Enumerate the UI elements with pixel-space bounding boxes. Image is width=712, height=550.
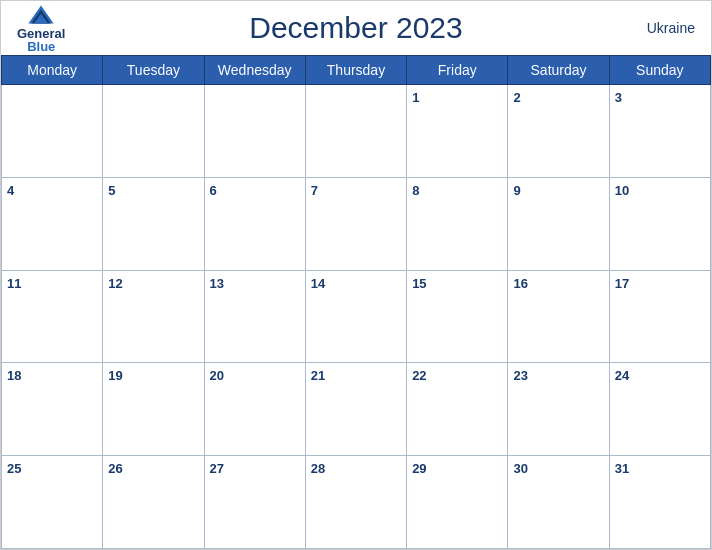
cell-week1-day7: 3 xyxy=(609,85,710,178)
day-number-26: 26 xyxy=(108,461,122,476)
cell-week4-day1: 18 xyxy=(2,363,103,456)
header-sunday: Sunday xyxy=(609,56,710,85)
calendar-wrapper: General Blue December 2023 Ukraine Monda… xyxy=(0,0,712,550)
day-number-10: 10 xyxy=(615,183,629,198)
cell-week5-day6: 30 xyxy=(508,456,609,549)
day-number-17: 17 xyxy=(615,276,629,291)
cell-week1-day5: 1 xyxy=(407,85,508,178)
day-number-22: 22 xyxy=(412,368,426,383)
cell-week4-day7: 24 xyxy=(609,363,710,456)
calendar-header: General Blue December 2023 Ukraine xyxy=(1,1,711,55)
logo-area: General Blue xyxy=(17,4,65,53)
day-number-11: 11 xyxy=(7,276,21,291)
cell-week5-day4: 28 xyxy=(305,456,406,549)
month-title: December 2023 xyxy=(249,11,462,45)
header-thursday: Thursday xyxy=(305,56,406,85)
cell-week4-day3: 20 xyxy=(204,363,305,456)
day-number-8: 8 xyxy=(412,183,419,198)
header-monday: Monday xyxy=(2,56,103,85)
cell-week4-day5: 22 xyxy=(407,363,508,456)
logo-icon xyxy=(27,4,55,26)
day-number-6: 6 xyxy=(210,183,217,198)
header-saturday: Saturday xyxy=(508,56,609,85)
cell-week3-day7: 17 xyxy=(609,270,710,363)
day-number-30: 30 xyxy=(513,461,527,476)
day-number-31: 31 xyxy=(615,461,629,476)
cell-week2-day4: 7 xyxy=(305,177,406,270)
day-number-2: 2 xyxy=(513,90,520,105)
day-number-28: 28 xyxy=(311,461,325,476)
day-number-27: 27 xyxy=(210,461,224,476)
day-number-9: 9 xyxy=(513,183,520,198)
day-number-4: 4 xyxy=(7,183,14,198)
day-number-13: 13 xyxy=(210,276,224,291)
cell-week1-day3 xyxy=(204,85,305,178)
cell-week3-day4: 14 xyxy=(305,270,406,363)
header-tuesday: Tuesday xyxy=(103,56,204,85)
day-number-19: 19 xyxy=(108,368,122,383)
cell-week3-day3: 13 xyxy=(204,270,305,363)
cell-week2-day5: 8 xyxy=(407,177,508,270)
cell-week4-day6: 23 xyxy=(508,363,609,456)
calendar-table: Monday Tuesday Wednesday Thursday Friday… xyxy=(1,55,711,549)
day-number-16: 16 xyxy=(513,276,527,291)
logo-blue-text: Blue xyxy=(27,40,55,53)
day-number-20: 20 xyxy=(210,368,224,383)
cell-week3-day6: 16 xyxy=(508,270,609,363)
cell-week5-day3: 27 xyxy=(204,456,305,549)
day-number-15: 15 xyxy=(412,276,426,291)
cell-week2-day7: 10 xyxy=(609,177,710,270)
week-row-1: 123 xyxy=(2,85,711,178)
weekday-header-row: Monday Tuesday Wednesday Thursday Friday… xyxy=(2,56,711,85)
country-label: Ukraine xyxy=(647,20,695,36)
cell-week5-day5: 29 xyxy=(407,456,508,549)
week-row-3: 11121314151617 xyxy=(2,270,711,363)
day-number-18: 18 xyxy=(7,368,21,383)
cell-week2-day3: 6 xyxy=(204,177,305,270)
cell-week4-day4: 21 xyxy=(305,363,406,456)
week-row-4: 18192021222324 xyxy=(2,363,711,456)
day-number-29: 29 xyxy=(412,461,426,476)
day-number-3: 3 xyxy=(615,90,622,105)
cell-week3-day1: 11 xyxy=(2,270,103,363)
cell-week2-day6: 9 xyxy=(508,177,609,270)
cell-week3-day5: 15 xyxy=(407,270,508,363)
cell-week5-day2: 26 xyxy=(103,456,204,549)
cell-week5-day1: 25 xyxy=(2,456,103,549)
cell-week1-day2 xyxy=(103,85,204,178)
cell-week3-day2: 12 xyxy=(103,270,204,363)
day-number-7: 7 xyxy=(311,183,318,198)
cell-week4-day2: 19 xyxy=(103,363,204,456)
header-wednesday: Wednesday xyxy=(204,56,305,85)
week-row-2: 45678910 xyxy=(2,177,711,270)
header-friday: Friday xyxy=(407,56,508,85)
cell-week2-day2: 5 xyxy=(103,177,204,270)
day-number-1: 1 xyxy=(412,90,419,105)
day-number-24: 24 xyxy=(615,368,629,383)
day-number-14: 14 xyxy=(311,276,325,291)
cell-week1-day4 xyxy=(305,85,406,178)
day-number-23: 23 xyxy=(513,368,527,383)
day-number-5: 5 xyxy=(108,183,115,198)
week-row-5: 25262728293031 xyxy=(2,456,711,549)
cell-week2-day1: 4 xyxy=(2,177,103,270)
cell-week1-day6: 2 xyxy=(508,85,609,178)
day-number-25: 25 xyxy=(7,461,21,476)
day-number-21: 21 xyxy=(311,368,325,383)
day-number-12: 12 xyxy=(108,276,122,291)
cell-week5-day7: 31 xyxy=(609,456,710,549)
calendar-body: 1234567891011121314151617181920212223242… xyxy=(2,85,711,549)
cell-week1-day1 xyxy=(2,85,103,178)
